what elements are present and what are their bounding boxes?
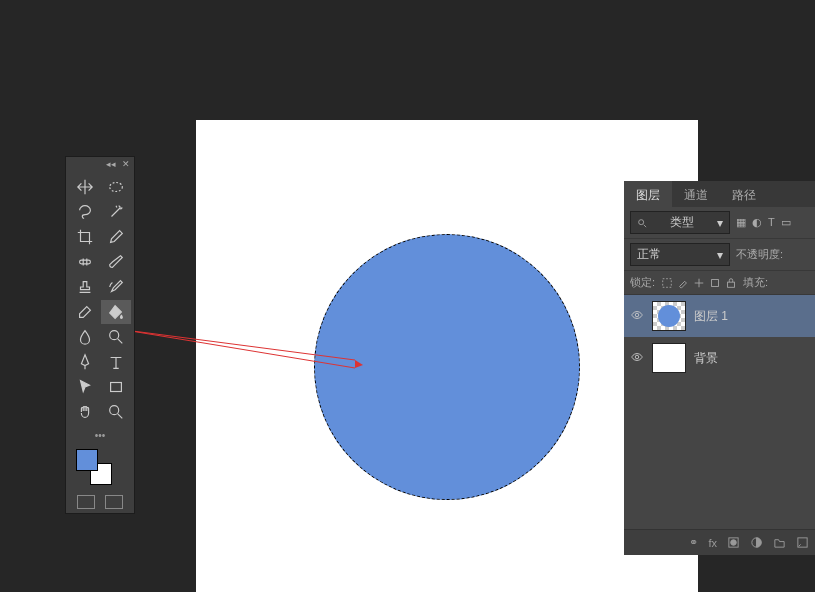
lock-all-icon[interactable]: [725, 277, 737, 289]
layer-name: 图层 1: [694, 308, 728, 325]
blur-tool[interactable]: [70, 325, 100, 349]
type-tool[interactable]: [101, 350, 131, 374]
panel-tabs: 图层 通道 路径: [624, 181, 815, 207]
svg-point-12: [635, 313, 639, 317]
history-brush-tool[interactable]: [101, 275, 131, 299]
svg-rect-9: [663, 278, 672, 287]
eyedropper-tool[interactable]: [101, 225, 131, 249]
brush-tool[interactable]: [101, 250, 131, 274]
svg-rect-4: [80, 260, 91, 264]
filter-adjust-icon[interactable]: ◐: [752, 216, 762, 229]
layer-thumbnail[interactable]: [652, 343, 686, 373]
blend-mode-value: 正常: [637, 246, 661, 263]
filter-type-icon[interactable]: T: [768, 216, 775, 229]
chevron-down-icon: ▾: [717, 248, 723, 262]
visibility-icon[interactable]: [630, 308, 644, 325]
screen-mode-icon[interactable]: [105, 495, 123, 509]
magic-wand-tool[interactable]: [101, 200, 131, 224]
zoom-tool[interactable]: [101, 400, 131, 424]
lock-artboard-icon[interactable]: [709, 277, 721, 289]
svg-rect-6: [111, 383, 122, 392]
crop-tool[interactable]: [70, 225, 100, 249]
folder-icon[interactable]: [773, 536, 786, 549]
pen-tool[interactable]: [70, 350, 100, 374]
svg-point-3: [110, 183, 123, 192]
opacity-label: 不透明度:: [736, 247, 783, 262]
adjustment-icon[interactable]: [750, 536, 763, 549]
hand-tool[interactable]: [70, 400, 100, 424]
layer-name: 背景: [694, 350, 718, 367]
layer-item-1[interactable]: 图层 1: [624, 295, 815, 337]
path-select-tool[interactable]: [70, 375, 100, 399]
tab-channels[interactable]: 通道: [672, 181, 720, 207]
eraser-tool[interactable]: [70, 300, 100, 324]
canvas-area[interactable]: [196, 120, 698, 592]
visibility-icon[interactable]: [630, 350, 644, 367]
quick-mask-icon[interactable]: [77, 495, 95, 509]
lock-transparent-icon[interactable]: [661, 277, 673, 289]
tools-panel: ◂◂ ✕ •••: [65, 156, 135, 514]
filter-type-select[interactable]: 类型 ▾: [630, 211, 730, 234]
chevron-down-icon: ▾: [717, 216, 723, 230]
paint-bucket-tool[interactable]: [101, 300, 131, 324]
filter-label: 类型: [670, 214, 694, 231]
move-tool[interactable]: [70, 175, 100, 199]
close-icon[interactable]: ✕: [122, 159, 130, 169]
filter-shape-icon[interactable]: ▭: [781, 216, 791, 229]
blend-mode-select[interactable]: 正常 ▾: [630, 243, 730, 266]
foreground-color[interactable]: [76, 449, 98, 471]
tab-layers[interactable]: 图层: [624, 181, 672, 207]
collapse-icon[interactable]: ◂◂: [106, 159, 116, 169]
svg-point-15: [731, 540, 737, 546]
fill-label: 填充:: [743, 275, 768, 290]
svg-point-5: [110, 331, 119, 340]
ellipse-selection[interactable]: [314, 234, 580, 500]
tab-paths[interactable]: 路径: [720, 181, 768, 207]
lock-label: 锁定:: [630, 275, 655, 290]
svg-point-13: [635, 355, 639, 359]
layer-thumbnail[interactable]: [652, 301, 686, 331]
healing-tool[interactable]: [70, 250, 100, 274]
lock-paint-icon[interactable]: [677, 277, 689, 289]
layers-footer: ⚭ fx: [624, 529, 815, 555]
layers-panel: 图层 通道 路径 类型 ▾ ▦ ◐ T ▭ 正常 ▾ 不透明度: 锁定:: [624, 181, 815, 555]
lasso-tool[interactable]: [70, 200, 100, 224]
layer-item-bg[interactable]: 背景: [624, 337, 815, 379]
panel-header: ◂◂ ✕: [66, 157, 134, 171]
link-icon[interactable]: ⚭: [689, 536, 698, 549]
rectangle-tool[interactable]: [101, 375, 131, 399]
search-icon: [637, 218, 647, 228]
stamp-tool[interactable]: [70, 275, 100, 299]
svg-point-7: [110, 406, 119, 415]
more-tools[interactable]: •••: [66, 428, 134, 443]
svg-point-8: [639, 219, 644, 224]
fx-icon[interactable]: fx: [708, 537, 717, 549]
filter-image-icon[interactable]: ▦: [736, 216, 746, 229]
marquee-tool[interactable]: [101, 175, 131, 199]
dodge-tool[interactable]: [101, 325, 131, 349]
svg-rect-10: [712, 279, 719, 286]
svg-rect-11: [728, 282, 735, 287]
color-swatches[interactable]: [66, 443, 134, 491]
new-layer-icon[interactable]: [796, 536, 809, 549]
mask-icon[interactable]: [727, 536, 740, 549]
lock-position-icon[interactable]: [693, 277, 705, 289]
